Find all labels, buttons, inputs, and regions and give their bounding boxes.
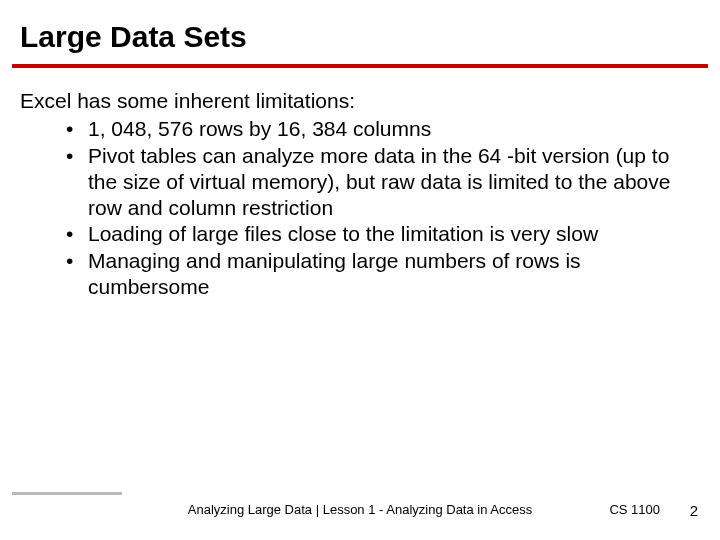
page-number: 2 [690,502,698,519]
slide: Large Data Sets Excel has some inherent … [0,0,720,540]
footer-rule [12,492,122,495]
course-code: CS 1100 [609,502,660,517]
list-item: 1, 048, 576 rows by 16, 384 columns [66,116,690,142]
bullet-list: 1, 048, 576 rows by 16, 384 columns Pivo… [20,116,690,300]
list-item: Managing and manipulating large numbers … [66,248,690,301]
list-item: Pivot tables can analyze more data in th… [66,143,690,222]
list-item: Loading of large files close to the limi… [66,221,690,247]
body-content: Excel has some inherent limitations: 1, … [20,88,690,300]
intro-text: Excel has some inherent limitations: [20,88,690,114]
slide-title: Large Data Sets [20,20,700,54]
title-underline [12,64,708,68]
